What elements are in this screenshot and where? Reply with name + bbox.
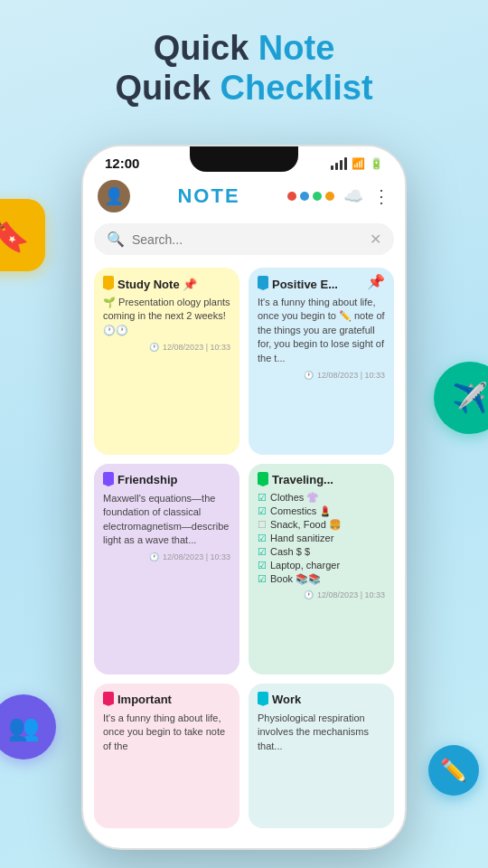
note-card-positive[interactable]: 📌 Positive E... It's a funny thing about… [249,268,394,455]
clock-icon-traveling: 🕐 [304,590,314,599]
more-options-icon[interactable]: ⋮ [372,185,390,207]
note-title-work: Work [258,693,385,707]
bookmark-traveling [258,472,268,486]
cloud-icon[interactable]: ☁️ [343,186,363,206]
search-bar[interactable]: 🔍 ✕ [94,223,394,255]
note-date-friendship: 12/08/2023 | 10:33 [163,552,230,561]
notch [190,146,298,172]
bookmark-positive [258,276,268,290]
travel-emoji: ✈️ [452,381,488,415]
bookmark-important [103,692,114,706]
app-bar-icons: ☁️ ⋮ [287,185,390,207]
float-users-icon: 👥 [0,694,56,760]
note-card-friendship[interactable]: Friendship Maxwell's equations—the found… [94,464,239,675]
app-header: Quick Note Quick Checklist [0,0,488,122]
note-footer-traveling: 🕐 12/08/2023 | 10:33 [258,590,385,599]
bookmark-friendship [103,472,114,486]
checklist-item-1: ☑ Comestics 💄 [258,505,385,517]
checklist-item-6: ☑ Book 📚📚 [258,573,385,585]
search-clear-icon[interactable]: ✕ [370,231,381,248]
header-line1: Quick Note [18,29,470,69]
note-date-positive: 12/08/2023 | 10:33 [317,371,385,380]
fab-edit-button[interactable]: ✏️ [428,745,479,796]
color-dots-icon[interactable] [287,192,334,201]
phone-mockup: 12:00 📶 🔋 👤 NOTE ☁️ ⋮ [81,145,407,850]
header-line2: Quick Checklist [18,69,470,108]
checklist-item-0: ☑ Clothes 👚 [258,492,385,504]
clock-icon-study: 🕐 [149,343,159,352]
note-footer-study: 🕐 12/08/2023 | 10:33 [103,343,230,352]
note-footer-positive: 🕐 12/08/2023 | 10:33 [258,371,385,380]
note-body-important: It's a funny thing about life, once you … [103,712,230,753]
note-body-work: Physiological respiration involves the m… [258,712,385,753]
bookmark-work [258,692,268,706]
header-quick2: Quick [115,69,220,107]
bookmark-emoji: 🔖 [0,216,30,254]
edit-icon: ✏️ [440,758,467,783]
pin-positive: 📌 [367,273,385,290]
checklist-item-2: ☐ Snack, Food 🍔 [258,519,385,531]
app-title: NOTE [130,184,287,208]
app-bar: 👤 NOTE ☁️ ⋮ [83,175,405,218]
float-travel-icon: ✈️ [434,362,488,434]
note-checklist-traveling: ☑ Clothes 👚 ☑ Comestics 💄 ☐ Snack, Food … [258,492,385,585]
header-quick1: Quick [154,29,258,67]
note-card-important[interactable]: Important It's a funny thing about life,… [94,684,239,828]
note-date-traveling: 12/08/2023 | 10:33 [317,590,385,599]
note-card-work[interactable]: Work Physiological respiration involves … [249,684,394,828]
note-card-study[interactable]: Study Note 📌 🌱 Presentation ology plants… [94,268,239,455]
battery-icon: 🔋 [370,157,383,170]
note-body-study: 🌱 Presentation ology plants coming in th… [103,296,230,337]
status-icons: 📶 🔋 [331,157,383,170]
note-title-important: Important [103,693,230,707]
clock-icon-positive: 🕐 [304,371,314,380]
note-footer-friendship: 🕐 12/08/2023 | 10:33 [103,552,230,561]
search-icon: 🔍 [107,231,125,248]
note-body-positive: It's a funny thing about life, once you … [258,296,385,365]
note-title-positive: Positive E... [258,277,385,291]
checklist-item-4: ☑ Cash $ $ [258,546,385,558]
note-title-traveling: Traveling... [258,473,385,487]
note-title-friendship: Friendship [103,473,230,487]
status-time: 12:00 [105,156,139,171]
header-note: Note [258,29,334,67]
clock-icon-friendship: 🕐 [149,552,159,561]
search-input[interactable] [132,232,370,247]
avatar: 👤 [98,180,130,212]
signal-icon [331,157,347,170]
users-emoji: 👥 [8,712,40,742]
checklist-item-3: ☑ Hand sanitizer [258,533,385,544]
note-date-study: 12/08/2023 | 10:33 [163,343,230,352]
note-title-study: Study Note 📌 [103,277,230,291]
note-body-friendship: Maxwell's equations—the foundation of cl… [103,492,230,548]
bookmark-study [103,276,114,290]
wifi-icon: 📶 [352,157,365,170]
float-bookmark-icon: 🔖 [0,199,45,271]
note-card-traveling[interactable]: Traveling... ☑ Clothes 👚 ☑ Comestics 💄 ☐… [249,464,394,675]
header-checklist: Checklist [221,69,373,107]
notes-grid: Study Note 📌 🌱 Presentation ology plants… [83,260,405,835]
checklist-item-5: ☑ Laptop, charger [258,560,385,571]
